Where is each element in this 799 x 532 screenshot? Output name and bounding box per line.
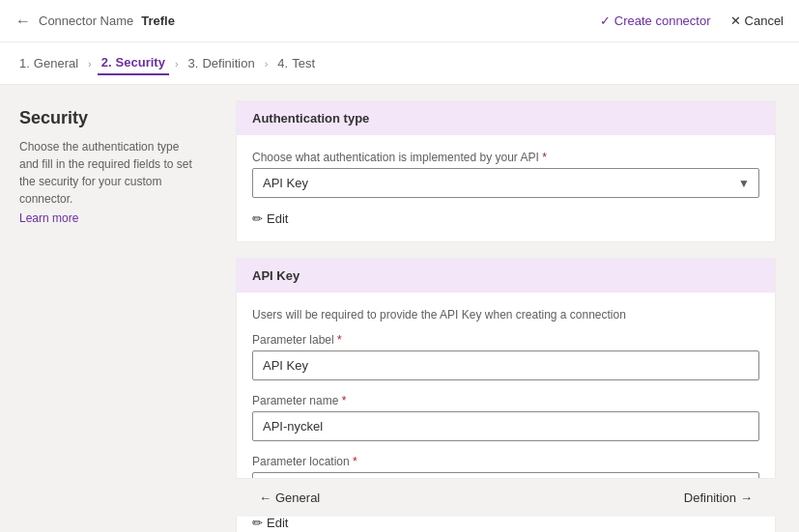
steps-nav: 1. General › 2. Security › 3. Definition…: [0, 42, 799, 85]
param-label-group: Parameter label: [252, 333, 759, 380]
auth-type-card: Authentication type Choose what authenti…: [236, 100, 776, 242]
auth-type-edit-link[interactable]: ✏ Edit: [252, 211, 759, 226]
sidebar: Security Choose the authentication type …: [0, 85, 213, 532]
step-chevron-2: ›: [175, 58, 179, 70]
param-name-label: Parameter name: [252, 394, 759, 407]
learn-more-link[interactable]: Learn more: [19, 211, 193, 225]
step-test[interactable]: 4. Test: [273, 52, 319, 74]
cancel-button[interactable]: ✕ Cancel: [730, 14, 784, 28]
back-arrow-icon: ←: [259, 490, 271, 505]
step-definition-label: Definition: [202, 56, 254, 70]
header-right: ✓ Create connector ✕ Cancel: [600, 14, 784, 28]
step-chevron-3: ›: [265, 58, 269, 70]
param-name-input[interactable]: [252, 411, 759, 441]
step-general-label: General: [34, 56, 78, 70]
back-to-general-button[interactable]: ← General: [259, 490, 320, 505]
param-location-label: Parameter location: [252, 455, 759, 468]
param-label-label: Parameter label: [252, 333, 759, 347]
auth-type-edit-label: Edit: [267, 211, 288, 226]
connector-name: Trefle: [141, 14, 175, 28]
create-check-icon: ✓: [600, 14, 611, 28]
param-label-input[interactable]: [252, 350, 759, 380]
apikey-card-header: API Key: [237, 259, 775, 293]
auth-type-edit-icon: ✏: [252, 211, 263, 226]
create-connector-button[interactable]: ✓ Create connector: [600, 14, 711, 28]
param-name-group: Parameter name: [252, 394, 759, 441]
content-area: Authentication type Choose what authenti…: [213, 85, 799, 532]
step-definition[interactable]: 3. Definition: [185, 52, 259, 74]
header-left: ← Connector Name Trefle: [15, 13, 175, 30]
create-connector-label: Create connector: [614, 14, 711, 28]
step-definition-number: 3.: [188, 56, 199, 70]
cancel-label: Cancel: [745, 14, 784, 28]
apikey-description: Users will be required to provide the AP…: [252, 308, 759, 322]
step-chevron-1: ›: [88, 58, 92, 70]
auth-type-card-body: Choose what authentication is implemente…: [237, 135, 775, 241]
back-icon[interactable]: ←: [15, 13, 31, 30]
auth-type-select[interactable]: API Key: [252, 168, 759, 198]
forward-to-definition-button[interactable]: Definition →: [684, 490, 753, 505]
connector-label: Connector Name: [39, 14, 133, 28]
footer-nav: ← General Definition →: [236, 478, 776, 517]
step-general[interactable]: 1. General: [15, 52, 82, 74]
forward-label: Definition: [684, 490, 736, 505]
step-security-label: Security: [116, 55, 165, 70]
step-security-number: 2.: [101, 55, 112, 70]
auth-type-card-header: Authentication type: [237, 101, 775, 135]
apikey-edit-link[interactable]: ✏ Edit: [252, 516, 759, 530]
cancel-x-icon: ✕: [730, 14, 741, 28]
main-content: Security Choose the authentication type …: [0, 85, 799, 532]
sidebar-title: Security: [19, 108, 193, 128]
auth-type-field-label: Choose what authentication is implemente…: [252, 151, 759, 164]
step-test-number: 4.: [277, 56, 288, 70]
auth-type-field-group: Choose what authentication is implemente…: [252, 151, 759, 198]
apikey-edit-icon: ✏: [252, 516, 263, 530]
apikey-edit-label: Edit: [267, 516, 288, 530]
auth-type-select-wrapper: API Key ▼: [252, 168, 759, 198]
step-security[interactable]: 2. Security: [98, 51, 169, 75]
sidebar-description: Choose the authentication type and fill …: [19, 138, 193, 208]
step-general-number: 1.: [19, 56, 30, 70]
forward-arrow-icon: →: [740, 490, 753, 505]
header: ← Connector Name Trefle ✓ Create connect…: [0, 0, 799, 42]
back-label: General: [275, 490, 320, 505]
step-test-label: Test: [292, 56, 315, 70]
